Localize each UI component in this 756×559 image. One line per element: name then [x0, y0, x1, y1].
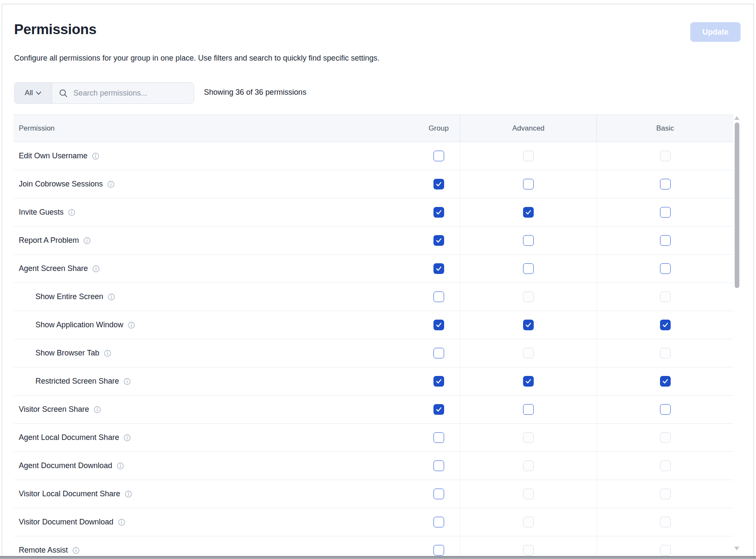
advanced-checkbox	[523, 151, 534, 161]
table-row: Invite Guests	[14, 198, 733, 227]
permission-cell: Agent Local Document Share	[14, 424, 417, 451]
advanced-cell	[460, 508, 596, 536]
group-cell	[417, 283, 460, 311]
info-icon[interactable]	[83, 237, 91, 245]
group-checkbox[interactable]	[433, 179, 444, 189]
permission-label: Show Application Window	[35, 320, 123, 329]
group-cell	[417, 452, 460, 480]
permission-label: Report A Problem	[19, 236, 79, 245]
basic-cell	[596, 283, 733, 311]
basic-cell	[596, 508, 733, 536]
advanced-checkbox[interactable]	[523, 320, 534, 330]
chevron-down-icon	[36, 91, 41, 95]
info-icon[interactable]	[72, 547, 80, 554]
info-icon[interactable]	[92, 265, 100, 273]
info-icon[interactable]	[108, 293, 115, 301]
info-icon[interactable]	[123, 378, 131, 385]
search-icon	[59, 89, 68, 98]
permission-cell: Show Application Window	[14, 311, 417, 339]
group-cell	[417, 170, 460, 198]
basic-cell	[596, 255, 733, 282]
basic-cell	[596, 198, 733, 226]
group-checkbox[interactable]	[433, 376, 444, 387]
filter-scope-value: All	[25, 89, 33, 97]
info-icon[interactable]	[118, 518, 125, 526]
permission-label: Agent Screen Share	[19, 264, 88, 273]
advanced-checkbox[interactable]	[523, 376, 534, 387]
table-row: Agent Document Download	[14, 452, 733, 480]
basic-cell	[596, 367, 733, 395]
basic-checkbox[interactable]	[660, 207, 671, 218]
group-checkbox[interactable]	[433, 460, 444, 471]
permission-cell: Agent Screen Share	[14, 255, 417, 282]
advanced-checkbox	[523, 489, 534, 499]
table-row: Show Application Window	[14, 311, 733, 339]
group-checkbox[interactable]	[433, 545, 444, 556]
group-checkbox[interactable]	[433, 320, 444, 330]
group-checkbox[interactable]	[433, 151, 444, 161]
basic-checkbox	[660, 517, 671, 527]
group-checkbox[interactable]	[433, 517, 444, 527]
basic-cell	[596, 170, 733, 198]
permission-label: Show Entire Screen	[35, 292, 103, 301]
group-checkbox[interactable]	[433, 404, 444, 415]
info-icon[interactable]	[116, 462, 124, 470]
table-row: Show Browser Tab	[14, 339, 733, 367]
basic-checkbox	[660, 489, 671, 499]
group-checkbox[interactable]	[433, 263, 444, 274]
advanced-checkbox	[523, 517, 534, 527]
scrollbar-down-arrow-icon[interactable]	[734, 547, 739, 550]
advanced-checkbox[interactable]	[523, 179, 534, 189]
permission-label: Visitor Document Download	[19, 518, 113, 527]
permissions-page: Permissions Update Configure all permiss…	[0, 0, 756, 559]
column-header-advanced: Advanced	[460, 115, 596, 142]
basic-checkbox[interactable]	[660, 320, 671, 330]
group-checkbox[interactable]	[433, 432, 444, 443]
basic-checkbox[interactable]	[660, 376, 671, 387]
group-cell	[417, 339, 460, 367]
search-input[interactable]	[73, 88, 189, 98]
scrollbar-thumb[interactable]	[735, 122, 739, 288]
info-icon[interactable]	[107, 181, 115, 188]
filter-scope-dropdown[interactable]: All	[15, 83, 52, 103]
advanced-cell	[460, 142, 596, 170]
info-icon[interactable]	[123, 434, 131, 442]
basic-checkbox[interactable]	[660, 263, 671, 274]
basic-cell	[596, 480, 733, 508]
advanced-cell	[460, 536, 596, 556]
permission-label: Restricted Screen Share	[35, 377, 119, 386]
advanced-checkbox	[523, 291, 534, 302]
info-icon[interactable]	[104, 349, 111, 357]
info-icon[interactable]	[68, 209, 76, 216]
search-box[interactable]	[52, 83, 194, 103]
basic-checkbox[interactable]	[660, 179, 671, 189]
group-checkbox[interactable]	[433, 235, 444, 246]
info-icon[interactable]	[125, 490, 132, 498]
advanced-checkbox[interactable]	[523, 404, 534, 415]
info-icon[interactable]	[92, 152, 99, 160]
table-header: Permission Group Advanced Basic	[14, 114, 733, 142]
scrollbar-up-arrow-icon[interactable]	[734, 116, 739, 120]
group-checkbox[interactable]	[433, 291, 444, 302]
advanced-cell	[460, 367, 596, 395]
update-button[interactable]: Update	[690, 22, 741, 42]
group-checkbox[interactable]	[433, 348, 444, 358]
group-checkbox[interactable]	[433, 207, 444, 218]
info-icon[interactable]	[93, 406, 101, 413]
group-checkbox[interactable]	[433, 489, 444, 499]
basic-checkbox[interactable]	[660, 235, 671, 246]
advanced-checkbox[interactable]	[523, 263, 534, 274]
basic-cell	[596, 339, 733, 367]
table-row: Report A Problem	[14, 227, 733, 255]
results-summary: Showing 36 of 36 permissions	[204, 88, 306, 97]
table-row: Restricted Screen Share	[14, 367, 733, 396]
table-row: Join Cobrowse Sessions	[14, 170, 733, 198]
column-header-permission: Permission	[14, 115, 417, 142]
table-row: Agent Local Document Share	[14, 424, 733, 452]
basic-checkbox	[660, 460, 671, 471]
table-row: Visitor Screen Share	[14, 396, 733, 424]
advanced-checkbox[interactable]	[523, 207, 534, 218]
info-icon[interactable]	[128, 321, 135, 329]
basic-checkbox[interactable]	[660, 404, 671, 415]
advanced-checkbox[interactable]	[523, 235, 534, 246]
